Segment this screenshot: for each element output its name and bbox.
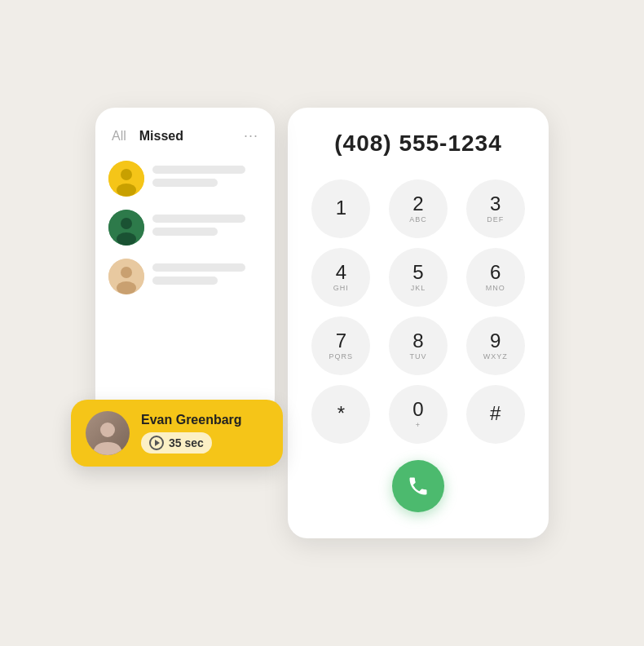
key-letters-9: WXYZ (483, 352, 508, 361)
dial-key-8[interactable]: 8 TUV (389, 316, 448, 375)
play-triangle (155, 440, 160, 446)
call-button-row (307, 460, 529, 512)
skeleton-name-3 (152, 263, 245, 272)
notification-card[interactable]: Evan Greenbarg 35 sec (71, 400, 283, 467)
dial-key-6[interactable]: 6 MNO (466, 248, 525, 307)
avatar-2 (108, 210, 144, 246)
key-num-7: 7 (336, 331, 346, 351)
call-list (108, 161, 262, 294)
svg-point-4 (121, 218, 132, 229)
dialpad-grid: 1 2 ABC 3 DEF 4 GHI 5 JKL 6 MNO (307, 179, 529, 444)
key-num-6: 6 (490, 263, 501, 282)
key-num-star: * (337, 404, 345, 423)
key-letters-3: DEF (487, 215, 504, 223)
key-letters-8: TUV (409, 352, 426, 361)
dial-key-9[interactable]: 9 WXYZ (466, 316, 525, 375)
notification-avatar (86, 411, 130, 455)
call-info-2 (152, 215, 262, 241)
call-log-panel: All Missed ··· (95, 108, 275, 418)
skeleton-detail-3 (152, 277, 218, 285)
svg-point-5 (117, 232, 136, 246)
main-container: All Missed ··· (95, 108, 549, 538)
avatar-1 (108, 161, 144, 197)
key-num-3: 3 (490, 194, 501, 214)
call-item-3[interactable] (108, 259, 262, 294)
svg-point-1 (121, 169, 132, 180)
dial-key-1[interactable]: 1 (311, 179, 370, 238)
phone-icon (407, 475, 430, 498)
key-letters-6: MNO (486, 284, 505, 292)
key-num-2: 2 (412, 194, 423, 214)
svg-point-8 (117, 281, 136, 294)
call-info-3 (152, 263, 262, 290)
notification-duration-badge[interactable]: 35 sec (141, 432, 212, 454)
tab-missed[interactable]: Missed (139, 129, 183, 144)
key-letters-0: + (416, 421, 421, 429)
key-letters-5: JKL (411, 284, 426, 292)
key-num-hash: # (490, 404, 501, 423)
dial-key-5[interactable]: 5 JKL (389, 248, 448, 307)
dial-key-3[interactable]: 3 DEF (466, 179, 525, 238)
key-num-4: 4 (336, 263, 346, 282)
dialer-panel: (408) 555-1234 1 2 ABC 3 DEF 4 GHI 5 (288, 108, 549, 538)
key-letters-4: GHI (333, 284, 349, 292)
key-num-8: 8 (412, 331, 423, 351)
play-icon[interactable] (149, 436, 164, 450)
notification-info: Evan Greenbarg 35 sec (141, 413, 242, 454)
duration-text: 35 sec (169, 436, 204, 449)
skeleton-detail-1 (152, 179, 218, 187)
skeleton-name-1 (152, 166, 245, 174)
call-log-tabs: All Missed ··· (108, 127, 262, 144)
tab-more[interactable]: ··· (244, 127, 258, 144)
key-num-5: 5 (412, 263, 423, 282)
key-letters-2: ABC (409, 215, 427, 223)
key-num-0: 0 (412, 400, 423, 419)
key-num-9: 9 (490, 331, 501, 351)
notification-name: Evan Greenbarg (141, 413, 242, 427)
tab-all[interactable]: All (112, 129, 126, 144)
call-info-1 (152, 166, 262, 192)
key-letters-7: PQRS (329, 352, 354, 361)
dial-key-star[interactable]: * (311, 385, 370, 444)
dialer-number-display: (408) 555-1234 (307, 131, 529, 157)
call-button[interactable] (392, 460, 444, 512)
skeleton-detail-2 (152, 228, 218, 236)
call-item-2[interactable] (108, 210, 262, 246)
svg-point-7 (121, 267, 132, 278)
dial-key-7[interactable]: 7 PQRS (311, 316, 370, 375)
avatar-3 (108, 259, 144, 294)
svg-point-9 (100, 423, 115, 437)
dial-key-hash[interactable]: # (466, 385, 525, 444)
dial-key-0[interactable]: 0 + (389, 385, 448, 444)
svg-point-2 (117, 184, 136, 197)
call-item-1[interactable] (108, 161, 262, 197)
dial-key-4[interactable]: 4 GHI (311, 248, 370, 307)
key-num-1: 1 (336, 198, 346, 218)
dial-key-2[interactable]: 2 ABC (389, 179, 448, 238)
skeleton-name-2 (152, 215, 245, 223)
